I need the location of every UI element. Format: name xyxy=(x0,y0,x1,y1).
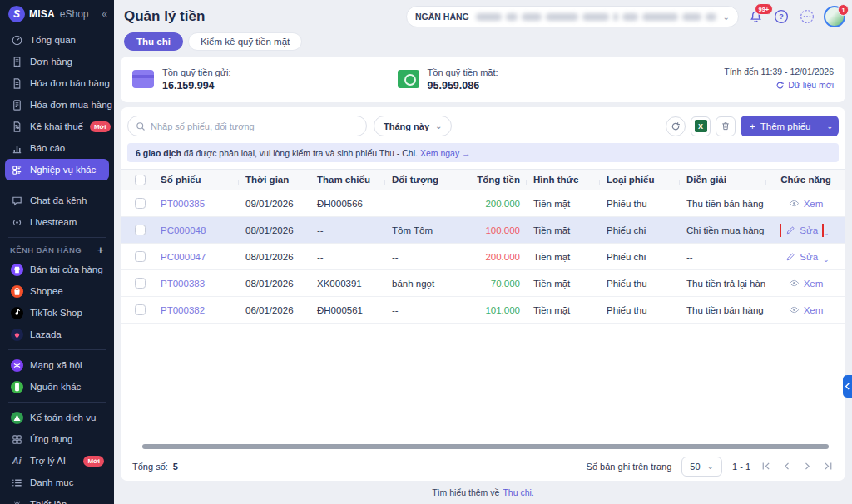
voucher-number-link[interactable]: PC000047 xyxy=(161,252,206,262)
column-header[interactable]: Tổng tiền xyxy=(463,175,527,185)
voucher-number-link[interactable]: PT000383 xyxy=(161,279,205,289)
table-row[interactable]: PC00004708/01/2026----200.000Tiền mặtPhi… xyxy=(121,244,845,270)
horizontal-scrollbar[interactable] xyxy=(142,444,829,449)
view-action[interactable]: Xem xyxy=(785,303,827,317)
eye-icon xyxy=(789,304,800,315)
sidebar-item-tax[interactable]: Kê khai thuếMới xyxy=(5,116,109,137)
pencil-icon xyxy=(785,225,795,235)
cash-label: Tồn quỹ tiền mặt: xyxy=(428,67,498,77)
tab-kiem-ke[interactable]: Kiểm kê quỹ tiền mặt xyxy=(188,32,302,51)
sidebar-item-chat[interactable]: Chat đa kênh xyxy=(5,190,109,211)
column-header[interactable]: Đối tượng xyxy=(385,175,463,185)
new-badge: Mới xyxy=(90,121,111,132)
sidebar-item-heart[interactable]: Lazada xyxy=(5,324,109,345)
bank-selector[interactable]: NGÂN HÀNG ⌄ xyxy=(406,6,739,27)
select-all-checkbox[interactable] xyxy=(135,175,146,185)
edit-action[interactable]: Sửa xyxy=(782,250,821,264)
sidebar-item-apps[interactable]: Ứng dụng xyxy=(5,428,109,450)
cash-balance-stat: Tồn quỹ tiền mặt: 95.959.086 xyxy=(398,67,498,91)
object-cell: -- xyxy=(385,199,463,209)
sidebar-item-share[interactable]: Mạng xã hội xyxy=(5,354,109,376)
delete-button[interactable] xyxy=(716,116,736,136)
alert-count: 6 giao dịch xyxy=(136,148,181,158)
sidebar: S MISAeShop « Tổng quanĐơn hàngHóa đơn b… xyxy=(0,0,114,504)
heart-icon xyxy=(10,328,23,341)
sidebar-item-live[interactable]: Livestream xyxy=(5,211,109,233)
sidebar-collapse-icon[interactable]: « xyxy=(102,8,107,20)
sidebar-item-chart[interactable]: Báo cáo xyxy=(5,137,109,159)
classification-alert: 6 giao dịch đã được phân loại, vui lòng … xyxy=(127,143,839,162)
sidebar-item-label: Đơn hàng xyxy=(30,57,72,67)
sidebar-item-note[interactable]: TikTok Shop xyxy=(5,302,109,324)
tax-icon xyxy=(10,120,23,133)
column-header[interactable]: Tham chiếu xyxy=(310,175,385,185)
voucher-number-link[interactable]: PT000385 xyxy=(161,199,205,209)
sidebar-item-list[interactable]: Danh mục xyxy=(5,472,109,493)
per-page-select[interactable]: 50 ⌄ xyxy=(681,457,722,477)
next-page-button[interactable] xyxy=(802,461,813,472)
view-action[interactable]: Xem xyxy=(785,276,827,290)
sidebar-item-store[interactable]: Bán tại cửa hàng xyxy=(5,259,109,280)
view-now-link[interactable]: Xem ngay → xyxy=(420,148,471,158)
refresh-button[interactable] xyxy=(666,116,686,136)
search-box[interactable] xyxy=(127,116,367,136)
sidebar-item-ai[interactable]: AiTrợ lý AIMới xyxy=(5,450,109,472)
sidebar-item-gear[interactable]: Thiết lập xyxy=(5,493,109,504)
help-button[interactable]: ? xyxy=(772,7,790,26)
period-filter[interactable]: Tháng này ⌄ xyxy=(374,116,452,136)
column-header[interactable]: Loại phiếu xyxy=(600,175,680,185)
row-checkbox[interactable] xyxy=(135,304,146,315)
sidebar-item-ops[interactable]: Nghiệp vụ khác xyxy=(5,159,109,180)
sidebar-item-doc2[interactable]: Hóa đơn mua hàng xyxy=(5,94,109,116)
add-channel-icon[interactable]: + xyxy=(97,244,104,256)
table-row[interactable]: PT00038308/01/2026XK000391bánh ngọt70.00… xyxy=(121,270,845,297)
table-row[interactable]: PC00004808/01/2026--Tôm Tôm100.000Tiền m… xyxy=(121,217,845,244)
column-header[interactable]: Diễn giải xyxy=(680,175,766,185)
sidebar-item-label: Lazada xyxy=(30,329,62,339)
last-page-button[interactable] xyxy=(823,461,834,472)
refresh-icon xyxy=(775,81,785,90)
export-excel-button[interactable]: X xyxy=(691,116,711,136)
brand-name-bold: MISA xyxy=(29,8,55,20)
voucher-number-link[interactable]: PC000048 xyxy=(161,225,206,235)
tab-thu-chi[interactable]: Thu chi xyxy=(124,32,183,51)
description-cell: Thu tiền bán hàng xyxy=(680,305,766,315)
sidebar-item-gauge[interactable]: Tổng quan xyxy=(5,29,109,51)
column-header[interactable]: Chức năng xyxy=(766,175,845,185)
sidebar-item-doc[interactable]: Hóa đơn bán hàng xyxy=(5,72,109,94)
learn-more-link[interactable]: Thu chi. xyxy=(503,487,533,497)
sidebar-item-bag[interactable]: Shopee xyxy=(5,280,109,302)
row-checkbox[interactable] xyxy=(135,251,146,262)
more-button[interactable] xyxy=(798,7,816,26)
row-checkbox[interactable] xyxy=(135,198,146,209)
collapse-panel-tab[interactable] xyxy=(843,375,852,398)
view-action[interactable]: Xem xyxy=(785,196,827,210)
doc-icon xyxy=(10,77,23,90)
row-checkbox[interactable] xyxy=(135,278,146,289)
sidebar-item-receipt[interactable]: Đơn hàng xyxy=(5,51,109,72)
voucher-number-link[interactable]: PT000382 xyxy=(161,305,205,315)
chart-icon xyxy=(10,141,23,155)
user-avatar[interactable]: 1 xyxy=(824,6,845,27)
notifications-button[interactable]: 99+ xyxy=(746,7,765,26)
table-row[interactable]: PT00038206/01/2026ĐH000561--101.000Tiền … xyxy=(121,297,845,324)
sidebar-item-amis[interactable]: Kế toán dịch vụ xyxy=(5,407,109,428)
column-header[interactable]: Thời gian xyxy=(239,175,310,185)
search-input[interactable] xyxy=(151,121,359,131)
apps-icon xyxy=(10,432,23,446)
column-header[interactable]: Hình thức xyxy=(527,175,600,185)
add-voucher-button[interactable]: + Thêm phiếu ⌄ xyxy=(741,116,839,136)
first-page-button[interactable] xyxy=(760,461,771,472)
action-dropdown-icon[interactable]: ⌄ xyxy=(823,255,830,264)
add-voucher-dropdown[interactable]: ⌄ xyxy=(820,122,839,131)
plus-icon: + xyxy=(750,121,755,131)
app-logo[interactable]: S MISAeShop « xyxy=(0,0,114,27)
sidebar-item-phone[interactable]: Nguồn khác xyxy=(5,376,109,398)
column-header[interactable]: Số phiếu xyxy=(154,175,239,185)
refresh-data-link[interactable]: Dữ liệu mới xyxy=(775,80,834,90)
row-checkbox[interactable] xyxy=(135,225,146,235)
prev-page-button[interactable] xyxy=(781,461,792,472)
action-dropdown-icon[interactable]: ⌄ xyxy=(823,229,830,237)
table-row[interactable]: PT00038509/01/2026ĐH000566--200.000Tiền … xyxy=(121,190,845,217)
edit-action[interactable]: Sửa xyxy=(782,224,821,237)
